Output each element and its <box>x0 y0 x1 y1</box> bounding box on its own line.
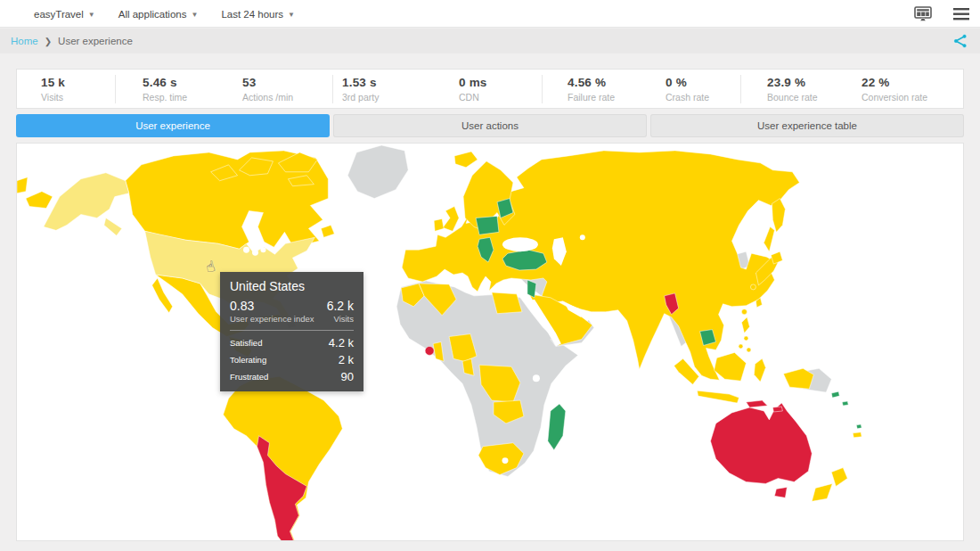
tooltip-country-name: United States <box>230 279 354 293</box>
metric-value: 23.9 % <box>767 76 818 89</box>
page-title: User experience <box>58 36 133 46</box>
share-icon[interactable] <box>953 34 968 48</box>
metric-label: Actions /min <box>242 92 293 103</box>
tooltip-row-label: Tolerating <box>230 355 266 365</box>
tooltip-visits-label: Visits <box>333 314 354 324</box>
metric-label: Resp. time <box>143 92 187 103</box>
breadcrumb: Home ❯ User experience <box>0 29 980 53</box>
divider <box>115 75 116 103</box>
tooltip-row-label: Frustrated <box>230 372 268 382</box>
tab-user-experience-table[interactable]: User experience table <box>650 114 964 137</box>
menu-icon[interactable] <box>953 8 969 21</box>
tooltip-visits-value: 6.2 k <box>327 299 354 313</box>
breadcrumb-separator: ❯ <box>45 37 52 46</box>
metric-visits: 15 kVisits <box>41 76 65 103</box>
dynatrace-logo-icon[interactable] <box>9 4 27 22</box>
tooltip-row-frustrated: Frustrated 90 <box>230 370 354 383</box>
top-bar: easyTravel ▼ All applications ▼ Last 24 … <box>0 0 980 28</box>
kpi-bar: 15 kVisits 5.46 sResp. time 53Actions /m… <box>16 69 964 109</box>
tooltip-row-value: 4.2 k <box>329 336 354 350</box>
divider <box>332 75 333 103</box>
metric-value: 1.53 s <box>342 76 379 89</box>
countries-tolerating[interactable] <box>17 151 862 540</box>
metric-resp-time: 5.46 sResp. time <box>143 76 187 103</box>
chevron-down-icon: ▼ <box>288 11 295 19</box>
metric-value: 15 k <box>41 76 65 89</box>
divider <box>230 330 354 331</box>
tooltip-row-label: Satisfied <box>230 338 262 348</box>
metric-value: 0 ms <box>459 76 487 89</box>
scope-selector[interactable]: All applications ▼ <box>118 9 199 20</box>
metric-value: 53 <box>242 76 293 89</box>
metric-label: Visits <box>41 92 65 103</box>
metric-failure-rate: 4.56 %Failure rate <box>568 76 615 103</box>
tooltip-index-label: User experience index <box>230 314 314 324</box>
metric-3rd-party: 1.53 s3rd party <box>342 76 379 103</box>
chevron-down-icon: ▼ <box>191 11 198 19</box>
metric-label: Bounce rate <box>767 92 818 103</box>
tooltip-row-tolerating: Tolerating 2 k <box>230 353 354 366</box>
dashboard-icon[interactable] <box>914 6 932 21</box>
timeframe-selector-label: Last 24 hours <box>221 9 283 20</box>
tooltip-row-value: 2 k <box>339 353 354 366</box>
metric-label: Failure rate <box>568 92 615 103</box>
tab-user-experience[interactable]: User experience <box>16 114 330 137</box>
tooltip-row-value: 90 <box>341 370 354 383</box>
app-selector[interactable]: easyTravel ▼ <box>34 9 95 20</box>
divider <box>740 75 741 103</box>
app-window: easyTravel ▼ All applications ▼ Last 24 … <box>0 0 980 551</box>
metric-cdn: 0 msCDN <box>459 76 487 103</box>
metric-value: 4.56 % <box>568 76 615 89</box>
view-tabs: User experience User actions User experi… <box>16 114 964 137</box>
metric-label: CDN <box>459 92 487 103</box>
app-selector-label: easyTravel <box>34 9 84 20</box>
metric-crash-rate: 0 %Crash rate <box>666 76 709 103</box>
metric-value: 22 % <box>862 76 927 89</box>
tooltip-row-satisfied: Satisfied 4.2 k <box>230 336 354 350</box>
tooltip-index-value: 0.83 <box>230 299 254 313</box>
world-map[interactable] <box>17 144 963 540</box>
country-tooltip: United States 0.83 6.2 k User experience… <box>220 272 363 391</box>
breadcrumb-home-link[interactable]: Home <box>11 36 38 46</box>
metric-label: Crash rate <box>666 92 709 103</box>
tab-user-actions[interactable]: User actions <box>333 114 647 137</box>
metric-value: 5.46 s <box>143 76 187 89</box>
metric-conversion-rate: 22 %Conversion rate <box>862 76 927 103</box>
chevron-down-icon: ▼ <box>88 11 95 19</box>
scope-selector-label: All applications <box>118 9 187 20</box>
divider <box>542 75 543 103</box>
map-panel: ? Unknown 0.78 User experience index Sat… <box>16 143 964 541</box>
metric-label: 3rd party <box>342 92 379 103</box>
timeframe-selector[interactable]: Last 24 hours ▼ <box>221 9 295 20</box>
metric-bounce-rate: 23.9 %Bounce rate <box>767 76 818 103</box>
metric-label: Conversion rate <box>862 92 927 103</box>
metric-actions: 53Actions /min <box>242 76 293 103</box>
metric-value: 0 % <box>666 76 709 89</box>
